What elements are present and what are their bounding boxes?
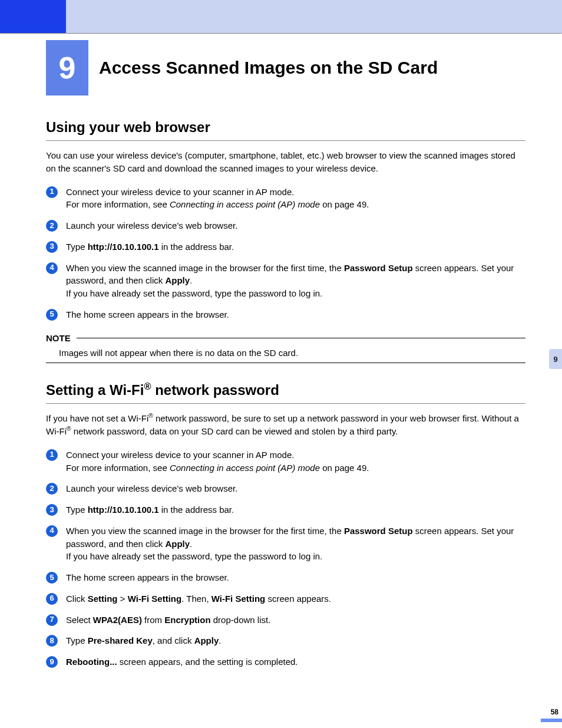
step-bullet-icon: 1	[46, 186, 58, 198]
step-ref-italic: Connecting in access point (AP) mode	[170, 463, 320, 473]
step-line: >	[118, 594, 128, 604]
step-bold: http://10.10.100.1	[88, 505, 159, 515]
step-bold: WPA2(AES)	[93, 615, 142, 625]
section-heading: Using your web browser	[46, 119, 525, 141]
step-line: Connect your wireless device to your sca…	[66, 187, 294, 197]
step-4: 4 When you view the scanned image in the…	[46, 525, 525, 563]
step-bold: Wi-Fi Setting	[128, 594, 182, 604]
step-line: in the address bar.	[159, 505, 234, 515]
step-text: Type http://10.10.100.1 in the address b…	[66, 503, 525, 516]
step-line: For more information, see	[66, 199, 170, 209]
step-line: When you view the scanned image in the b…	[66, 526, 344, 536]
chapter-number: 9	[46, 40, 88, 95]
step-line: , and click	[153, 635, 194, 645]
registered-mark-icon: ®	[144, 381, 151, 391]
step-bold: Password Setup	[344, 263, 413, 273]
chapter-title: Access Scanned Images on the SD Card	[99, 58, 525, 78]
step-text: Connect your wireless device to your sca…	[66, 449, 525, 475]
step-text: Type Pre-shared Key, and click Apply.	[66, 634, 525, 647]
step-line: When you view the scanned image in the b…	[66, 263, 344, 273]
step-text: Connect your wireless device to your sca…	[66, 186, 525, 212]
step-text: Type http://10.10.100.1 in the address b…	[66, 241, 525, 253]
step-1: 1 Connect your wireless device to your s…	[46, 449, 525, 475]
step-line: drop-down list.	[211, 615, 271, 625]
step-4: 4 When you view the scanned image in the…	[46, 262, 525, 300]
step-bold: Rebooting...	[66, 657, 117, 667]
page-accent-bar	[541, 719, 562, 722]
note-rule	[77, 338, 525, 338]
step-bold: Apply	[194, 635, 219, 645]
step-text: When you view the scanned image in the b…	[66, 525, 525, 563]
step-2: 2 Launch your wireless device's web brow…	[46, 219, 525, 232]
note-block: NOTE Images will not appear when there i…	[46, 333, 525, 364]
intro-part: If you have not set a Wi-Fi	[46, 413, 148, 423]
step-line: Connect your wireless device to your sca…	[66, 450, 294, 460]
chapter-header: 9 Access Scanned Images on the SD Card	[46, 40, 525, 95]
chapter-side-tab: 9	[549, 349, 562, 369]
step-bold: Encryption	[164, 615, 210, 625]
step-line: on page 49.	[320, 199, 369, 209]
step-line: For more information, see	[66, 463, 170, 473]
step-7: 7 Select WPA2(AES) from Encryption drop-…	[46, 614, 525, 627]
step-ref-italic: Connecting in access point (AP) mode	[170, 199, 320, 209]
registered-mark-icon: ®	[67, 426, 71, 432]
section-heading: Setting a Wi-Fi® network password	[46, 381, 525, 404]
note-label: NOTE	[46, 333, 77, 343]
step-line: Type	[66, 635, 88, 645]
step-8: 8 Type Pre-shared Key, and click Apply.	[46, 634, 525, 647]
section-intro: You can use your wireless device's (comp…	[46, 149, 525, 175]
step-line: Type	[66, 242, 88, 252]
step-text: When you view the scanned image in the b…	[66, 262, 525, 300]
step-line: screen appears, and the setting is compl…	[117, 657, 298, 667]
step-text: Rebooting... screen appears, and the set…	[66, 655, 525, 668]
step-bold: Apply	[165, 539, 190, 549]
step-3: 3 Type http://10.10.100.1 in the address…	[46, 241, 525, 253]
step-bullet-icon: 1	[46, 449, 58, 461]
step-line: from	[142, 615, 164, 625]
step-bullet-icon: 3	[46, 241, 58, 253]
step-line: If you have already set the password, ty…	[66, 288, 322, 298]
step-bullet-icon: 9	[46, 656, 58, 668]
step-bullet-icon: 4	[46, 525, 58, 537]
step-bullet-icon: 8	[46, 635, 58, 647]
step-1: 1 Connect your wireless device to your s…	[46, 186, 525, 212]
step-line: .	[190, 539, 192, 549]
step-bullet-icon: 2	[46, 220, 58, 232]
page-number: 58	[541, 708, 562, 716]
step-line: . Then,	[181, 594, 211, 604]
note-body: Images will not appear when there is no …	[46, 343, 525, 363]
registered-mark-icon: ®	[148, 413, 153, 419]
step-3: 3 Type http://10.10.100.1 in the address…	[46, 503, 525, 516]
step-bullet-icon: 2	[46, 483, 58, 495]
step-bold: Wi-Fi Setting	[211, 594, 266, 604]
step-text: Launch your wireless device's web browse…	[66, 482, 525, 495]
step-6: 6 Click Setting > Wi-Fi Setting. Then, W…	[46, 592, 525, 605]
header-accent-blue	[0, 0, 66, 33]
step-bullet-icon: 3	[46, 504, 58, 516]
step-line: Select	[66, 615, 93, 625]
note-rule	[46, 363, 525, 363]
step-5: 5 The home screen appears in the browser…	[46, 571, 525, 584]
step-bullet-icon: 4	[46, 262, 58, 274]
step-text: Select WPA2(AES) from Encryption drop-do…	[66, 614, 525, 627]
section-wifi-password: Setting a Wi-Fi® network password If you…	[46, 381, 525, 668]
step-line: If you have already set the password, ty…	[66, 551, 322, 561]
step-text: The home screen appears in the browser.	[66, 308, 525, 321]
section-using-browser: Using your web browser You can use your …	[46, 119, 525, 363]
step-9: 9 Rebooting... screen appears, and the s…	[46, 655, 525, 668]
step-line: screen appears.	[265, 594, 331, 604]
heading-part: Setting a Wi-Fi	[46, 382, 144, 398]
step-5: 5 The home screen appears in the browser…	[46, 308, 525, 321]
step-bold: Password Setup	[344, 526, 413, 536]
page-footer: 58	[541, 708, 562, 722]
step-text: Launch your wireless device's web browse…	[66, 219, 525, 232]
step-bold: Apply	[165, 275, 190, 285]
step-text: The home screen appears in the browser.	[66, 571, 525, 584]
step-bold: Setting	[88, 594, 118, 604]
section-intro: If you have not set a Wi-Fi® network pas…	[46, 412, 525, 438]
step-bullet-icon: 5	[46, 309, 58, 321]
step-bold: Pre-shared Key	[88, 635, 153, 645]
header-strip	[0, 0, 562, 33]
step-line: on page 49.	[320, 463, 369, 473]
step-line: .	[219, 635, 221, 645]
